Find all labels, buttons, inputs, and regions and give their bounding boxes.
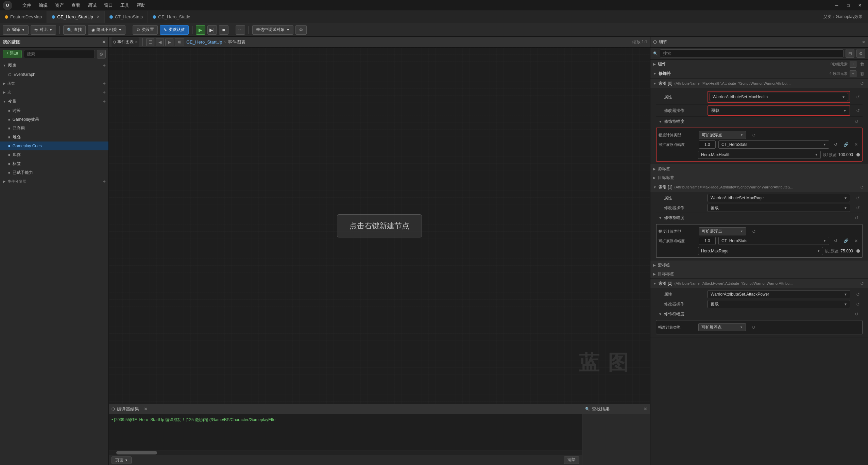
components-add-btn[interactable]: + [850,61,856,68]
mod1-op-select[interactable]: 覆载 ▼ [708,204,850,212]
nav-menu-btn[interactable]: ☰ [146,38,154,46]
clear-button[interactable]: 清除 [564,456,579,464]
modifiers-section-header[interactable]: ▼ 修饰符 4 数组元素 + 🗑 [650,69,868,79]
mod1-ct-select[interactable]: CT_HeroStats ▼ [718,237,829,245]
nav-back-btn[interactable]: ◀ [156,38,164,46]
variables-add-icon[interactable]: + [103,99,106,104]
mod0-mag-header[interactable]: ▼ 修饰符幅度 ↺ [656,117,863,126]
var-item-7[interactable]: ■ 已赋予能力 [0,168,108,177]
eventgraph-item[interactable]: ⬡ EventGraph [0,70,108,79]
var-item-5[interactable]: ■ 库存 [0,150,108,159]
mod1-curve-select[interactable]: Hero.MaxRage ▼ [698,247,823,255]
mod0-op-select[interactable]: 覆载 ▼ [709,106,849,115]
event-dispatchers-section[interactable]: ▶ 事件分发器 + [0,177,108,186]
zoom-fit-btn[interactable]: ⊞ [175,38,184,46]
left-panel-close[interactable]: ✕ [102,39,106,45]
minimize-button[interactable]: ─ [831,1,842,10]
variables-section-header[interactable]: ▼ 变量 + [0,97,108,106]
modifiers-add-btn[interactable]: + [850,70,856,77]
details-grid-icon[interactable]: ⊞ [846,49,854,58]
modifier-2-header[interactable]: ▼ 索引 [2] (AttributeName='AttackPower',At… [650,279,868,288]
tab-feature-dev-map[interactable]: FeatureDevMap [0,11,47,23]
mod1-mag-reset[interactable]: ↺ [853,214,860,221]
details-settings-icon[interactable]: ⚙ [856,49,865,58]
mod0-source-tag[interactable]: ▶ 源标签 [650,164,868,173]
mod1-target-tag[interactable]: ▶ 目标标签 [650,269,868,278]
mod0-ct-select[interactable]: CT_HeroStats ▼ [718,140,829,149]
functions-section[interactable]: ▶ 函数 + [0,79,108,88]
find-button[interactable]: 🔍 查找 [63,25,86,35]
tab-close-gehero[interactable]: ✕ [97,15,100,19]
add-button[interactable]: + 添加 [3,50,22,58]
find-tab-label[interactable]: 查找结果 [592,406,610,412]
menu-file[interactable]: 文件 [19,1,35,10]
debug-extra-button[interactable]: ⚙ [295,25,307,35]
mod1-calc-reset[interactable]: ↺ [750,228,757,235]
mod2-op-select[interactable]: 覆载 ▼ [708,300,850,308]
components-section-header[interactable]: ▶ 组件 0数组元素 + 🗑 [650,60,868,69]
mod0-calc-reset[interactable]: ↺ [750,132,757,138]
graph-tab-close[interactable]: ✕ [135,40,138,44]
menu-assets[interactable]: 资产 [52,1,67,10]
mod1-remove-icon[interactable]: ✕ [852,237,860,245]
compile-button[interactable]: ⚙ 编译 ▼ [3,25,29,35]
macro-add-icon[interactable]: + [103,89,106,95]
mod1-op-reset[interactable]: ↺ [854,204,861,211]
mod2-calc-reset[interactable]: ↺ [750,324,757,331]
mod1-num-input[interactable]: 1.0 [699,237,716,245]
mod2-property-reset[interactable]: ↺ [854,291,861,298]
mod1-refresh-icon[interactable]: ↺ [832,237,839,245]
mod0-mag-reset[interactable]: ↺ [853,118,860,125]
close-button[interactable]: ✕ [854,1,865,10]
tab-ct-herostats[interactable]: CT_HeroStats [105,11,148,23]
tab-ge-hero-startup[interactable]: GE_Hero_StartUp ✕ [47,11,105,23]
var-item-2[interactable]: ■ 已弃用 [0,124,108,133]
compiler-panel-close[interactable]: ✕ [144,406,148,412]
menu-debug[interactable]: 调试 [84,1,100,10]
macro-section[interactable]: ▶ 宏 + [0,88,108,97]
mod0-property-reset[interactable]: ↺ [854,94,861,100]
mod1-slider-dot[interactable] [856,249,860,253]
mod0-property-select[interactable]: WarriorAttributeSet.MaxHealth ▼ [710,93,848,101]
graph-section-header[interactable]: ▼ 图表 + [0,61,108,70]
scrollbar-thumb[interactable] [116,451,157,454]
menu-tools[interactable]: 工具 [117,1,133,10]
mod0-remove-icon[interactable]: ✕ [852,141,860,148]
maximize-button[interactable]: □ [843,1,854,10]
debug-target-selector[interactable]: 未选中调试对象 ▼ [252,25,293,35]
menu-edit[interactable]: 编辑 [35,1,51,10]
stop-button[interactable]: ■ [219,25,228,35]
menu-view[interactable]: 查看 [68,1,84,10]
details-close[interactable]: ✕ [862,40,865,45]
class-settings-button[interactable]: ⚙ 类设置 [133,25,158,35]
diff-button[interactable]: ⇆ 对比 ▼ [31,25,56,35]
var-item-4[interactable]: ■ Gameplay Cues [0,142,108,150]
menu-help[interactable]: 帮助 [133,1,149,10]
more-options-button[interactable]: ⋯ [236,25,245,35]
mod1-link-icon[interactable]: 🔗 [842,237,850,245]
details-search-input[interactable] [660,49,844,57]
mod1-source-tag[interactable]: ▶ 源标签 [650,261,868,269]
event-dispatchers-add-icon[interactable]: + [103,179,106,184]
compiler-tab-label[interactable]: 编译器结果 [117,406,139,412]
breadcrumb-root[interactable]: GE_Hero_StartUp [186,39,222,45]
mod0-curve-select[interactable]: Hero.MaxHealth ▼ [698,151,821,159]
tab-ge-hero-static[interactable]: GE_Hero_Static [148,11,195,23]
mod2-mag-header[interactable]: ▼ 修饰符幅度 ↺ [656,309,863,319]
mod1-mag-header[interactable]: ▼ 修饰符幅度 ↺ [656,213,863,222]
mod1-calc-select[interactable]: 可扩展浮点 ▼ [699,227,746,235]
menu-window[interactable]: 窗口 [101,1,116,10]
var-item-0[interactable]: ■ 时长 [0,106,108,115]
graph-add-icon[interactable]: + [103,63,106,68]
var-item-1[interactable]: ■ Gameplay效果 [0,115,108,124]
mod0-slider-dot[interactable] [856,153,860,156]
mod0-link-icon[interactable]: 🔗 [842,141,850,148]
modifier-0-header[interactable]: ▼ 索引 [0] (AttributeName='MaxHealth',Attr… [650,79,868,88]
find-panel-close[interactable]: ✕ [644,406,647,412]
mod2-calc-select[interactable]: 可扩展浮点 ▼ [698,323,746,331]
mod1-property-select[interactable]: WarriorAttributeSet.MaxRage ▼ [708,194,850,202]
mod0-calc-select[interactable]: 可扩展浮点 ▼ [699,131,746,139]
scrollbar-horizontal[interactable] [109,450,582,455]
modifier-1-header[interactable]: ▼ 索引 [1] (AttributeName='MaxRage',Attrib… [650,182,868,192]
nav-forward-btn[interactable]: ▶ [165,38,173,46]
